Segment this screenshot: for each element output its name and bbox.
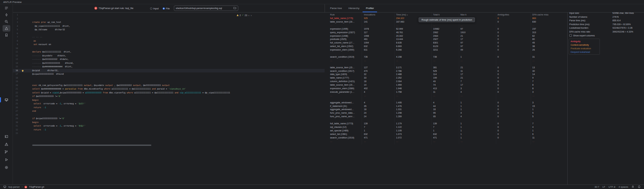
- settings-icon[interactable]: [3, 164, 10, 171]
- notifications-bell-icon[interactable]: [638, 185, 641, 189]
- column-header[interactable]: Max k: [460, 13, 496, 17]
- code-line[interactable]: 3create proc up_com_test: [13, 21, 325, 24]
- column-header[interactable]: Rule: [330, 13, 363, 17]
- code-line[interactable]: 14------- @a333333333333 dtkind,: [13, 61, 325, 65]
- profiler-row[interactable]: ………………: [325, 59, 565, 62]
- profiler-row[interactable]: query_expression (1527)11748.76120621910…: [325, 31, 565, 34]
- tab-parse-tree[interactable]: Parse tree: [327, 4, 345, 12]
- profiler-row[interactable]: expression_elem (1589)4021.948413308: [325, 87, 565, 90]
- problems-icon[interactable]: [3, 141, 10, 147]
- profiler-row[interactable]: predicate (1525)46113.444292717080: [325, 38, 565, 41]
- code-line[interactable]: 24begin: [13, 99, 325, 102]
- code-line[interactable]: 32 return -1: [13, 128, 325, 132]
- profiler-row[interactable]: data_type (1829)322.48811417014: [325, 73, 565, 76]
- profiler-row[interactable]: expression (1498)199820.342206421082: [325, 34, 565, 38]
- profiler-row[interactable]: expression_elem (1590)6115.266321199026: [325, 48, 565, 52]
- profiler-row[interactable]: search_condition (1519)7354.1587351031: [325, 55, 565, 59]
- search-icon[interactable]: [3, 18, 10, 25]
- tab-hierarchy[interactable]: Hierarchy: [345, 4, 363, 12]
- profiler-row[interactable]: func_proc_name_serv…241.28995405: [325, 115, 565, 118]
- profiler-row[interactable]: sql_clauses (12)71.1227104: [325, 126, 565, 129]
- code-line[interactable]: 9 set nocount on: [13, 43, 325, 47]
- profiler-row[interactable]: column_definition (1421)182.06449707: [325, 80, 565, 83]
- code-line[interactable]: 20exec nb_com_getsysconfig @a11111111111…: [13, 84, 325, 88]
- prev-issue-button[interactable]: [248, 14, 250, 16]
- code-line[interactable]: 31 select errorcode = -1, errormsg = '准备…: [13, 124, 325, 128]
- structure-icon[interactable]: [3, 5, 10, 11]
- profiler-row[interactable]: search_condition (1517)4702.78652511030: [325, 70, 565, 73]
- editor-horizontal-scrollbar[interactable]: [32, 145, 151, 146]
- code-line[interactable]: 7-- -- --: [13, 35, 325, 39]
- profiler-row[interactable]: execute_parameter (1…41.75811403: [325, 90, 565, 94]
- code-line[interactable]: 22select @vipid = vipid,@vipa33333333333…: [13, 91, 325, 95]
- input-radio[interactable]: Input: [150, 4, 159, 13]
- antlr-icon[interactable]: [3, 25, 10, 32]
- profiler-row[interactable]: ………………: [325, 24, 565, 27]
- code-line[interactable]: 16@vipid dtchar32,: [13, 69, 325, 73]
- caret-position[interactable]: 30:7: [594, 185, 599, 188]
- code-line[interactable]: 6: [13, 32, 325, 36]
- profiler-row[interactable]: aggregate_windowed…41.4954103: [325, 101, 565, 105]
- code-line[interactable]: 25 select errorcode = -1, errormsg = '执行…: [13, 102, 325, 106]
- code-line[interactable]: 10: [13, 47, 325, 51]
- code-line[interactable]: 15------- @a44444444444444 dtint,: [13, 65, 325, 69]
- profiler-row[interactable]: [325, 118, 565, 122]
- code-line[interactable]: 19: [13, 80, 325, 84]
- breadcrumb-project[interactable]: tsql-parser: [8, 185, 20, 188]
- code-line[interactable]: 23if @a333333333333 !='0': [13, 95, 325, 99]
- profiler-row[interactable]: if_statement (31)351.476441015: [325, 105, 565, 108]
- code-line[interactable]: 33: [13, 132, 325, 136]
- code-line[interactable]: 21select @a44444444444444 = paravalue fr…: [13, 87, 325, 91]
- profiler-row[interactable]: select_list_elem (1592)6326.669612997038: [325, 45, 565, 48]
- code-line[interactable]: 8 as: [13, 39, 325, 43]
- code-line[interactable]: 27end: [13, 109, 325, 113]
- code-line[interactable]: 5 @p_tblname dtchar32: [13, 28, 325, 32]
- profiler-row[interactable]: [325, 98, 565, 101]
- services-icon[interactable]: [3, 156, 10, 163]
- indent-setting[interactable]: 4 spaces: [619, 185, 628, 188]
- file-path-input[interactable]: ebelice/Github/tsql-parser/examples/big.…: [174, 5, 238, 11]
- profiler-row[interactable]: set_special (1485)11.1051101: [325, 129, 565, 133]
- commits-icon[interactable]: [3, 12, 10, 18]
- terminal-icon[interactable]: [3, 133, 10, 140]
- code-line[interactable]: 1: [13, 13, 325, 17]
- column-header[interactable]: Total k: [433, 13, 459, 17]
- code-line[interactable]: 26 return -1: [13, 106, 325, 110]
- file-encoding[interactable]: UTF-8: [609, 185, 615, 188]
- column-header[interactable]: Ambiguities: [497, 13, 531, 17]
- code-line[interactable]: 12------- @sysdate dtdate,: [13, 54, 325, 58]
- profiler-row[interactable]: table_name (1777)332.2521992109: [325, 76, 565, 80]
- profiler-row[interactable]: search_condition (1516)4711.0724711011: [325, 136, 565, 140]
- profiler-row[interactable]: expression (1495)197852.99910982970237: [325, 27, 565, 31]
- code-line[interactable]: 17@vipa333333333333 dtkind: [13, 72, 325, 76]
- profiler-row[interactable]: table_source_item (15…1273.17138121013: [325, 66, 565, 70]
- code-line[interactable]: 28: [13, 113, 325, 117]
- code-line[interactable]: 30begin: [13, 121, 325, 125]
- code-line[interactable]: 4 @p_vipa1111111111111 dtint,: [13, 24, 325, 28]
- code-line[interactable]: 18: [13, 76, 325, 80]
- line-ending[interactable]: LF: [602, 185, 605, 188]
- profiler-row[interactable]: aggregate_windowed…181.33118101: [325, 108, 565, 111]
- profiler-row[interactable]: select_list (1581)6321.073632106: [325, 133, 565, 136]
- column-header[interactable]: Invocations: [364, 13, 395, 17]
- profiler-row[interactable]: [325, 62, 565, 66]
- profiler-table[interactable]: full_table_name (1775)925294.3220863tabl…: [325, 17, 565, 144]
- lock-icon[interactable]: [631, 185, 634, 189]
- folder-icon[interactable]: [233, 6, 236, 10]
- profiler-row[interactable]: [325, 52, 565, 55]
- breadcrumb-file[interactable]: TSqlParser.g4: [29, 185, 44, 188]
- bookmarks-icon[interactable]: [3, 32, 10, 38]
- sql-editor[interactable]: 123create proc up_com_test4 @p_vipa11111…: [13, 13, 325, 184]
- profiler-row[interactable]: table_source_item (15…141.959741708: [325, 83, 565, 87]
- code-line[interactable]: 2: [13, 17, 325, 21]
- intention-lightbulb-icon[interactable]: [22, 70, 24, 71]
- column-header[interactable]: Time (ms): [396, 13, 432, 17]
- show-expert-columns-checkbox[interactable]: Show expert columns: [569, 34, 595, 37]
- profiler-row[interactable]: full_table_name (1773)1391.179139107: [325, 122, 565, 126]
- inspection-widget[interactable]: 2 23: [237, 14, 252, 16]
- file-radio[interactable]: File: [163, 4, 170, 13]
- antlr-preview-icon[interactable]: [3, 97, 10, 103]
- next-issue-button[interactable]: [251, 14, 252, 16]
- project-icon[interactable]: [3, 185, 6, 189]
- profiler-row[interactable]: func_proc_name_data…241.29895405: [325, 111, 565, 115]
